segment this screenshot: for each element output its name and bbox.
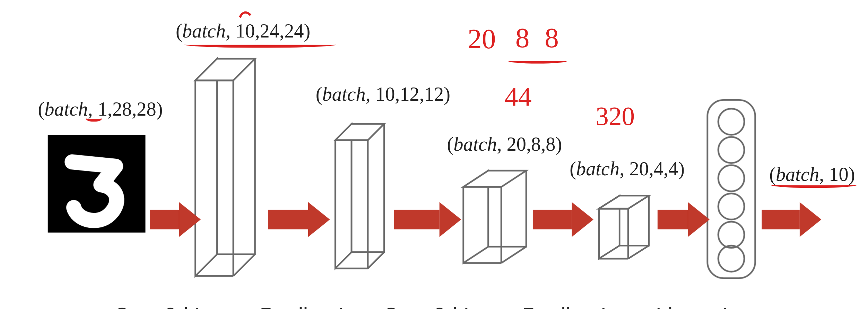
red-tick-icon	[237, 8, 254, 21]
svg-marker-1	[217, 59, 255, 254]
svg-line-27	[628, 245, 649, 259]
hand-note-8b: 8	[545, 22, 559, 54]
layer-desc-pool2: Pooling Layer filter: 2 × 2	[515, 303, 662, 309]
mnist-input-image	[48, 135, 146, 233]
box3d-conv1	[184, 48, 271, 287]
svg-line-13	[368, 252, 384, 268]
box3d-pool2	[592, 191, 658, 267]
hand-note-20: 20	[468, 23, 496, 55]
arrow-3	[394, 202, 461, 237]
hand-note-320: 320	[596, 101, 635, 131]
layer-desc-linear: Linear Layer Cᵢₙ: 320 Cₒᵤₜ: 10	[649, 303, 783, 309]
red-underline-input-1	[86, 118, 102, 122]
layer-title: Pooling Layer	[515, 303, 662, 309]
arrow-5	[658, 202, 710, 237]
layer-desc-pool1: Pooling Layer filter: 2 × 2	[253, 303, 399, 309]
layer-title: Pooling Layer	[253, 303, 399, 309]
layer-title: Linear Layer	[649, 303, 783, 309]
svg-line-20	[501, 247, 526, 263]
svg-marker-0	[195, 59, 217, 276]
layer-desc-conv2: Conv2d Layer filter: 5 × 5 Cᵢₙ: 10 Cₒᵤₜ:…	[380, 303, 521, 309]
red-underline-output	[770, 185, 857, 188]
arrow-2	[268, 202, 330, 237]
red-underline-88	[508, 61, 567, 64]
svg-line-6	[233, 254, 255, 276]
fc-layer-icon	[704, 97, 758, 282]
arrow-1	[150, 202, 201, 237]
hand-note-8a: 8	[515, 22, 530, 54]
red-underline-conv1-shape	[184, 44, 336, 48]
layer-desc-conv1: Conv2d Layer filter: 5 × 5 Cᵢₙ: 1 Cₒᵤₜ: …	[111, 303, 252, 309]
box3d-pool1	[327, 116, 397, 279]
arrow-6	[762, 202, 821, 237]
svg-rect-28	[708, 100, 755, 278]
arrow-4	[533, 202, 593, 237]
hand-note-44: 44	[504, 81, 531, 112]
layer-title: Conv2d Layer	[111, 303, 252, 309]
box3d-conv2	[456, 165, 537, 274]
layer-title: Conv2d Layer	[380, 303, 521, 309]
svg-marker-7	[335, 124, 351, 268]
